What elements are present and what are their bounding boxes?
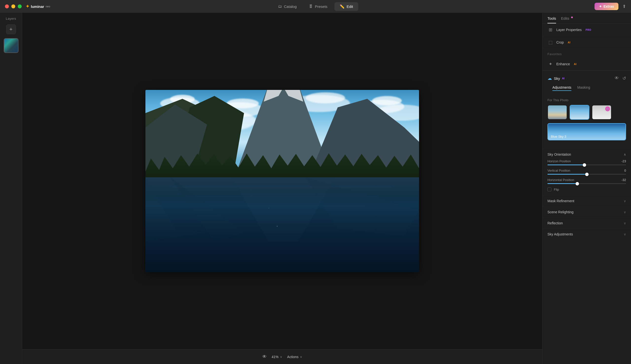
horizontal-position-slider: Horizontal Position -32 — [547, 178, 626, 184]
nav-tabs: 🗂 Catalog 🎛 Presets ✏️ Edit — [273, 2, 358, 11]
sky-adjustments-chevron-icon: ∨ — [623, 232, 626, 236]
vertical-track[interactable] — [547, 174, 626, 174]
crop-icon: ⬚ — [547, 40, 553, 45]
catalog-icon: 🗂 — [278, 4, 282, 8]
bottom-toolbar: 👁 41% ∨ Actions ∨ — [22, 349, 542, 364]
tab-presets[interactable]: 🎛 Presets — [303, 2, 333, 11]
tab-adjustments[interactable]: Adjustments — [552, 86, 571, 91]
sky-thumb-2-image — [570, 106, 589, 119]
water-layer — [145, 177, 419, 272]
minimize-button[interactable] — [11, 4, 15, 8]
app-name: ✦ luminar neo — [26, 4, 50, 9]
star-icon: ✦ — [26, 4, 29, 9]
vertical-thumb[interactable] — [585, 173, 589, 176]
vertical-fill — [547, 174, 587, 174]
tool-enhance[interactable]: ✦ Enhance AI — [542, 58, 631, 70]
sky-thumb-1-image — [548, 106, 567, 119]
horizontal-thumb[interactable] — [575, 182, 579, 186]
tab-edit[interactable]: ✏️ Edit — [334, 2, 358, 11]
horizon-track[interactable] — [547, 164, 626, 165]
sparkle-icon: ✦ — [599, 4, 602, 8]
actions-chevron-icon: ∨ — [300, 355, 302, 358]
particle-1 — [277, 226, 277, 226]
sky-thumb-1[interactable] — [547, 105, 567, 120]
layers-title: Layers — [6, 17, 16, 20]
title-bar-right: ✦ Extras ⬆ — [594, 3, 626, 10]
zoom-chevron-icon: ∨ — [280, 355, 282, 358]
traffic-lights — [5, 4, 22, 8]
for-photo-section: For This Photo 🛒 Blue Sky 3 — [542, 96, 631, 148]
flip-checkbox[interactable] — [547, 188, 551, 191]
horizontal-fill — [547, 183, 577, 184]
zoom-control[interactable]: 41% ∨ — [272, 355, 282, 359]
tab-masking[interactable]: Masking — [577, 86, 590, 91]
mask-refinement-header[interactable]: Mask Refinement ∨ — [542, 196, 631, 206]
tab-tools[interactable]: Tools — [547, 16, 556, 24]
vertical-position-slider: Vertical Position 0 — [547, 169, 626, 174]
sky-header: ☁ Sky AI 👁 ↺ — [547, 73, 626, 84]
tab-catalog[interactable]: 🗂 Catalog — [273, 2, 302, 11]
layer-thumbnail[interactable] — [4, 38, 19, 53]
share-icon[interactable]: ⬆ — [622, 4, 626, 9]
sky-thumbnails: 🛒 — [547, 105, 626, 120]
orientation-header[interactable]: Sky Orientation ∧ — [547, 150, 626, 159]
photo-frame[interactable] — [145, 90, 419, 272]
presets-icon: 🎛 — [309, 4, 313, 8]
sky-orientation-section: Sky Orientation ∧ Horizon Position -23 V… — [542, 148, 631, 195]
horizontal-label-row: Horizontal Position -32 — [547, 178, 626, 182]
sky-preview-background: Blue Sky 3 — [548, 124, 625, 140]
mask-refinement-section: Mask Refinement ∨ — [542, 195, 631, 206]
vertical-label-row: Vertical Position 0 — [547, 169, 626, 172]
horizontal-track[interactable] — [547, 183, 626, 184]
sky-adjustments-header[interactable]: Sky Adjustments ∨ — [542, 229, 631, 240]
sky-adj-tabs: Adjustments Masking — [547, 84, 626, 94]
title-bar: ✦ luminar neo 🗂 Catalog 🎛 Presets ✏️ Edi… — [0, 0, 631, 13]
main-layout: Layers + — [0, 13, 631, 364]
cart-icon: 🛒 — [605, 106, 610, 111]
sky-thumb-2[interactable] — [570, 105, 589, 120]
particle-2 — [269, 208, 269, 208]
edits-dot — [571, 16, 573, 18]
flip-row: Flip — [547, 188, 626, 191]
reflection-chevron-icon: ∨ — [623, 221, 626, 225]
extras-button[interactable]: ✦ Extras — [594, 3, 618, 10]
reflection-section: Reflection ∨ — [542, 218, 631, 228]
sky-adjustments-section: Sky Adjustments ∨ — [542, 228, 631, 240]
sky-thumb-3[interactable]: 🛒 — [592, 105, 611, 120]
panel-tabs: Tools Edits — [542, 13, 631, 24]
scene-relighting-chevron-icon: ∨ — [623, 210, 626, 214]
actions-button[interactable]: Actions ∨ — [287, 355, 302, 359]
add-layer-button[interactable]: + — [6, 24, 16, 34]
horizon-position-slider: Horizon Position -23 — [547, 159, 626, 165]
scene-relighting-header[interactable]: Scene Relighting ∨ — [542, 207, 631, 218]
right-panel: Tools Edits ⊞ Layer Properties PRO ⬚ Cro… — [542, 13, 631, 364]
tab-edits[interactable]: Edits — [561, 16, 573, 24]
canvas-container — [22, 13, 542, 349]
close-button[interactable] — [5, 4, 9, 8]
scene-relighting-section: Scene Relighting ∨ — [542, 206, 631, 218]
layer-thumb-image — [4, 39, 18, 52]
tool-crop[interactable]: ⬚ Crop AI — [542, 36, 631, 49]
visibility-toggle[interactable]: 👁 — [262, 354, 267, 359]
photo-background — [145, 90, 419, 272]
left-sidebar: Layers + — [0, 13, 22, 364]
enhance-icon: ✦ — [547, 61, 553, 67]
visibility-sky-icon[interactable]: 👁 — [614, 76, 619, 81]
tool-layer-properties[interactable]: ⊞ Layer Properties PRO — [542, 24, 631, 36]
sky-controls: 👁 ↺ — [614, 76, 626, 81]
reflection-header[interactable]: Reflection ∨ — [542, 218, 631, 228]
reset-sky-icon[interactable]: ↺ — [622, 76, 626, 81]
horizon-fill — [547, 164, 584, 165]
mask-refinement-chevron-icon: ∨ — [623, 199, 626, 203]
favorites-header: Favorites — [542, 49, 631, 58]
layer-properties-icon: ⊞ — [547, 27, 553, 32]
maximize-button[interactable] — [18, 4, 22, 8]
horizon-label-row: Horizon Position -23 — [547, 159, 626, 163]
edit-icon: ✏️ — [340, 4, 345, 9]
horizon-thumb[interactable] — [583, 163, 586, 167]
water-reflection-overlay — [145, 177, 419, 272]
sky-cloud-icon: ☁ — [547, 76, 552, 81]
sky-title: ☁ Sky AI — [547, 76, 564, 81]
orientation-chevron-icon: ∧ — [623, 152, 626, 156]
sky-preview[interactable]: Blue Sky 3 — [547, 123, 626, 140]
